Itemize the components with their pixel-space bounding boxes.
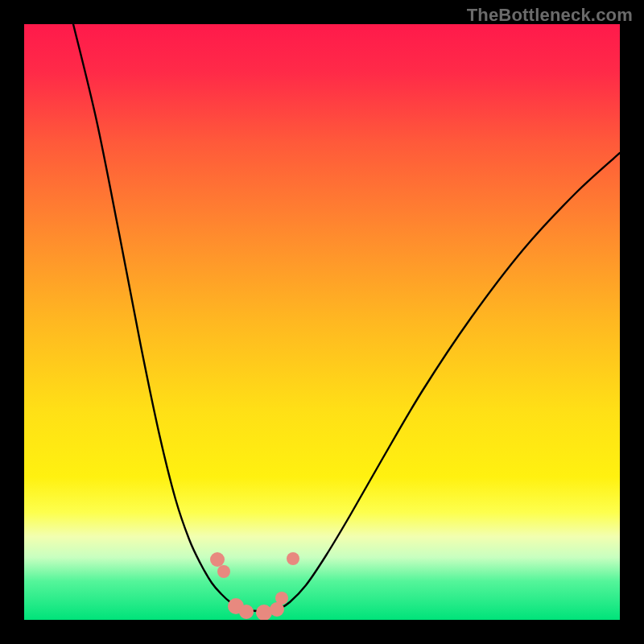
- data-point: [287, 552, 299, 565]
- data-point: [275, 592, 288, 605]
- curve-right: [279, 153, 620, 609]
- curve-layer: [24, 24, 620, 620]
- data-point: [239, 605, 254, 619]
- plot-area: [24, 24, 620, 620]
- chart-frame: TheBottleneck.com: [0, 0, 644, 644]
- data-point: [217, 565, 230, 578]
- curve-left: [73, 24, 244, 609]
- watermark-label: TheBottleneck.com: [467, 5, 633, 26]
